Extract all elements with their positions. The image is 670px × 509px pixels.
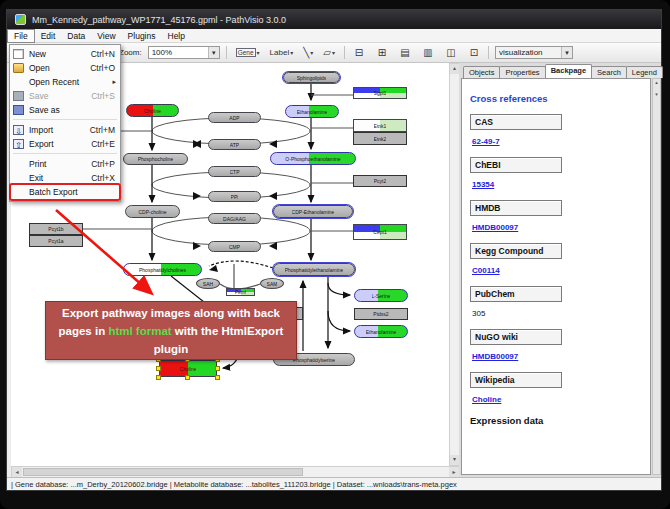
side-panel-tab[interactable]: Search (591, 66, 627, 78)
cross-reference-section: NuGO wiki HMDB00097 (470, 329, 642, 363)
chevron-down-icon[interactable]: ▾ (290, 49, 293, 56)
alignment-button[interactable]: ⊞ (374, 45, 390, 60)
pathway-node-label: Ptdss2 (373, 311, 388, 317)
shape-tool[interactable]: ▱ ▾ (320, 45, 338, 60)
toolbar-separator (488, 46, 489, 59)
reference-id-link[interactable]: HMDB00097 (472, 223, 518, 232)
pathway-node[interactable]: Etnk2 (353, 132, 407, 145)
side-panel-tab[interactable]: Legend (626, 66, 663, 78)
alignment-button[interactable]: ⊟ (351, 45, 367, 60)
pathway-node[interactable]: Pemt (226, 288, 255, 296)
alignment-button[interactable]: ▤ (397, 45, 413, 60)
pathway-node-label: SAH (203, 281, 213, 287)
zoom-label: Zoom: (119, 48, 142, 57)
reference-id-link[interactable]: C00114 (472, 266, 500, 275)
file-menu-item[interactable]: Open Ctrl+O (11, 61, 119, 75)
title-bar[interactable]: Mm_Kennedy_pathway_WP1771_45176.gpml - P… (7, 10, 661, 29)
scroll-down-icon[interactable]: ▾ (450, 455, 459, 465)
menu-item-label: Save (29, 91, 85, 101)
pathway-node[interactable]: Choline (126, 104, 179, 117)
pathway-node[interactable]: Choline (159, 360, 217, 377)
pathway-node[interactable]: Pcyt2 (353, 175, 407, 187)
pathway-node[interactable]: CDP-Ethanolamine (273, 205, 353, 218)
reference-id-link[interactable]: 15354 (472, 180, 494, 189)
file-menu-item[interactable]: Open Recent (11, 75, 119, 89)
file-menu-item[interactable]: Save Ctrl+S (11, 89, 119, 103)
reference-id-link[interactable]: Choline (472, 395, 501, 404)
pathway-node[interactable]: L-Serine (354, 289, 408, 302)
pathway-node[interactable]: Phosphatidylethanolamine (273, 263, 355, 276)
file-menu-item[interactable]: Exit Ctrl+X (11, 171, 119, 185)
status-text: | Gene database: ...m_Derby_20120602.bri… (11, 480, 457, 489)
chevron-down-icon[interactable]: ▾ (257, 49, 260, 56)
file-menu-item[interactable]: Batch Export (11, 185, 119, 199)
menu-item-icon (13, 139, 24, 149)
toolbar-separator (344, 46, 345, 59)
callout-text: with the HtmlExport plugin (154, 325, 284, 355)
pathway-node[interactable]: Sgpl1 (353, 87, 407, 99)
scrollbar-thumb[interactable] (23, 468, 303, 476)
callout-highlight-text: html format (108, 325, 171, 337)
tab-label: Search (597, 68, 621, 77)
pathway-node[interactable]: ADP (208, 112, 261, 123)
pathway-node-label: Cept1 (373, 229, 386, 235)
side-panel-tab[interactable]: Properties (499, 66, 545, 78)
pathway-node[interactable]: Phosphocholine (123, 153, 188, 165)
pathway-node[interactable]: Cept1 (353, 224, 407, 240)
scroll-up-icon[interactable]: ▴ (450, 64, 459, 74)
menubar-item[interactable]: View (91, 30, 121, 42)
pathway-node[interactable]: CTP (208, 166, 261, 177)
pathway-node-label: Ethanolamine (366, 329, 397, 335)
pathway-node[interactable]: Etnk1 (353, 119, 407, 132)
menu-item-label: New (29, 49, 85, 59)
pathway-node[interactable]: SAM (260, 278, 284, 289)
menubar-item[interactable]: Plugins (122, 30, 162, 42)
menubar-item[interactable]: File (7, 29, 35, 43)
pathway-node[interactable]: Ethanolamine (354, 325, 408, 338)
menubar-item[interactable]: Edit (35, 30, 62, 42)
chevron-down-icon[interactable]: ▾ (310, 49, 313, 56)
pathway-node[interactable]: SAH (196, 278, 220, 289)
pathway-node[interactable]: ATP (208, 139, 261, 150)
pathway-node[interactable]: Ethanolamine (285, 105, 339, 118)
pathway-node[interactable]: CMP (208, 241, 261, 252)
pathway-node[interactable]: DAG/AAG (208, 213, 261, 224)
menubar-item[interactable]: Help (162, 30, 191, 42)
side-panel-tab[interactable]: Backpage (545, 64, 592, 78)
label-tool[interactable]: Label ▾ (267, 45, 297, 60)
file-menu-item[interactable]: Save as (11, 103, 119, 117)
gene-datanode-tool[interactable]: Gene ▾ (233, 45, 263, 60)
zoom-combobox[interactable]: 100% ▼ (148, 46, 220, 59)
file-menu-item[interactable]: Print Ctrl+P (11, 157, 119, 171)
file-menu-item[interactable]: Export Ctrl+E (11, 137, 119, 151)
side-panel-tab[interactable]: Objects (463, 66, 500, 78)
cross-reference-section: PubChem 305 (470, 286, 642, 320)
alignment-button[interactable]: ◫ (443, 45, 459, 60)
file-menu-item[interactable]: New Ctrl+N (11, 47, 119, 61)
pathway-node[interactable]: Pcyt1b (29, 223, 83, 235)
chevron-down-icon[interactable]: ▼ (208, 47, 219, 58)
pathway-node[interactable]: Ptdss2 (354, 308, 408, 320)
reference-id-link[interactable]: 62-49-7 (472, 137, 500, 146)
pathway-node[interactable]: Phosphatidylcholines (123, 263, 202, 276)
menubar-item[interactable]: Data (61, 30, 91, 42)
visualization-combobox[interactable]: visualization ▼ (495, 46, 573, 59)
pathway-node-label: Sphingolipids (297, 75, 327, 81)
alignment-button[interactable]: ⊡ (466, 45, 482, 60)
reference-id-link[interactable]: HMDB00097 (472, 352, 518, 361)
scroll-left-icon[interactable]: ◂ (12, 467, 22, 477)
panel-scrollbar[interactable]: ▴▾ (652, 78, 661, 475)
file-menu-item[interactable]: Import Ctrl+M (11, 123, 119, 137)
alignment-button[interactable]: ▥ (420, 45, 436, 60)
chevron-down-icon[interactable]: ▾ (332, 49, 335, 56)
pathway-node[interactable]: O-Phosphoethanolamine (270, 152, 356, 165)
pathway-node[interactable]: CDP-choline (125, 205, 180, 218)
chevron-down-icon[interactable]: ▼ (561, 47, 572, 58)
line-tool[interactable]: ╲ ▾ (300, 45, 316, 60)
pathway-node[interactable]: Pcyt1a (29, 235, 83, 247)
pathway-node[interactable]: Sphingolipids (283, 72, 340, 83)
scroll-right-icon[interactable]: ▸ (449, 467, 459, 477)
pathway-node[interactable]: PPi (208, 191, 261, 202)
menu-item-shortcut: Ctrl+O (90, 63, 115, 73)
reference-id-link[interactable]: 305 (472, 309, 485, 318)
